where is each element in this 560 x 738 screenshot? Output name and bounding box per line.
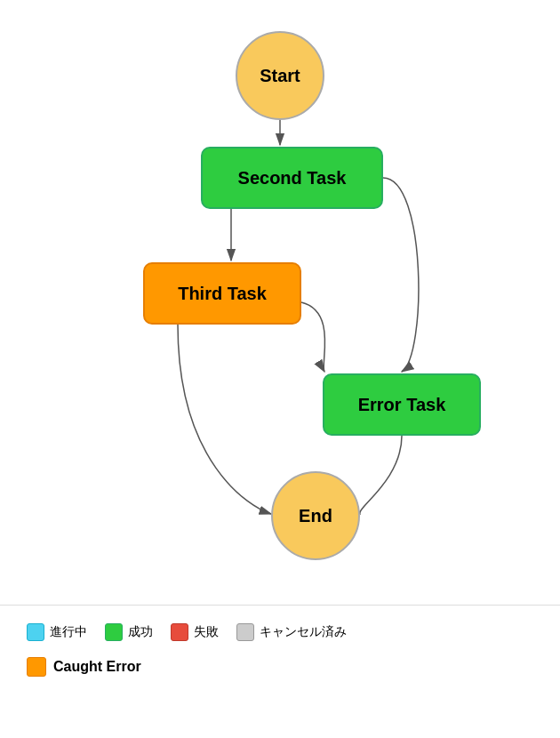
legend-label-failure: 失敗 <box>194 624 219 640</box>
error-task-label: Error Task <box>358 395 446 415</box>
legend-item-failure: 失敗 <box>171 623 219 641</box>
legend-row2: Caught Error <box>27 657 533 677</box>
legend-box-cancelled <box>236 623 254 641</box>
legend-label-inprogress: 進行中 <box>50 624 87 640</box>
legend-row1: 進行中 成功 失敗 キャンセル済み <box>27 623 533 641</box>
legend-box-failure <box>171 623 188 641</box>
start-label: Start <box>260 66 300 86</box>
legend-box-inprogress <box>27 623 44 641</box>
end-label: End <box>299 506 332 526</box>
second-task-label: Second Task <box>238 168 347 189</box>
legend-label-cancelled: キャンセル済み <box>260 624 347 640</box>
error-task-node: Error Task <box>323 373 481 436</box>
legend-item-cancelled: キャンセル済み <box>236 623 347 641</box>
third-task-label: Third Task <box>178 284 267 304</box>
legend-box-success <box>105 623 123 641</box>
end-node: End <box>271 471 360 560</box>
legend: 進行中 成功 失敗 キャンセル済み Caught Error <box>0 605 560 738</box>
third-task-node: Third Task <box>143 262 301 325</box>
legend-label-caught-error: Caught Error <box>53 659 141 675</box>
legend-box-caught-error <box>27 657 46 677</box>
legend-item-success: 成功 <box>105 623 153 641</box>
legend-item-inprogress: 進行中 <box>27 623 87 641</box>
start-node: Start <box>236 31 324 120</box>
legend-label-success: 成功 <box>128 624 153 640</box>
second-task-node: Second Task <box>201 147 383 209</box>
diagram-area: Start Second Task Third Task Error Task … <box>0 0 560 605</box>
